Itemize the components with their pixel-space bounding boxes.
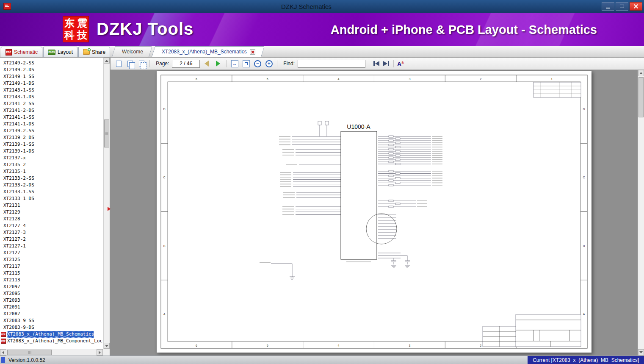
sidebar-item-label: XT2127-1 — [3, 243, 26, 250]
sidebar-item[interactable]: XT2139-1-SS — [0, 141, 103, 148]
scroll-down-icon[interactable] — [638, 349, 644, 356]
page-number-input[interactable] — [172, 60, 200, 68]
sidebar-item-label: XT2091 — [3, 304, 20, 311]
sidebar-item[interactable]: XT2139-2-SS — [0, 128, 103, 134]
fit-page-button[interactable] — [241, 59, 251, 68]
sidebar-item[interactable]: XT2141-1-SS — [0, 114, 103, 121]
tab-welcome[interactable]: Welcome — [113, 46, 151, 57]
maximize-button[interactable] — [616, 2, 628, 11]
sidebar-item[interactable]: XT2083-9-DS — [0, 324, 103, 331]
sidebar-item-label: XT2139-2-DS — [3, 134, 34, 141]
sidebar: XT2149-2-SSXT2149-2-DSXT2149-1-SSXT2149-… — [0, 58, 110, 356]
window-title: DZKJ Schematics — [11, 3, 602, 10]
scrollbar-thumb[interactable] — [638, 77, 644, 117]
find-previous-icon[interactable] — [373, 61, 380, 67]
schematic-viewer[interactable]: 665544332211DDCCBBAA U1000-A COMPANY <Co… — [111, 70, 638, 356]
sidebar-item[interactable]: PDFXT2083_x_(Athena)_MB_Schematics — [0, 331, 103, 338]
sidebar-item[interactable]: XT2117 — [0, 263, 103, 270]
sidebar-collapse-icon[interactable] — [108, 207, 111, 211]
scroll-up-icon[interactable] — [104, 58, 110, 64]
font-size-icon[interactable]: Aa — [397, 60, 404, 67]
find-next-icon[interactable] — [382, 61, 390, 67]
scroll-left-icon[interactable] — [0, 349, 6, 356]
sidebar-item[interactable]: XT2127 — [0, 250, 103, 256]
revision-table — [533, 82, 581, 97]
sidebar-item[interactable]: XT2129 — [0, 209, 103, 216]
sidebar-item[interactable]: XT2143-1-DS — [0, 94, 103, 100]
text-select-icon[interactable] — [114, 59, 123, 68]
sidebar-item[interactable]: XT2149-1-DS — [0, 80, 103, 87]
sidebar-item[interactable]: XT2137-x — [0, 155, 103, 161]
sidebar-item[interactable]: XT2097 — [0, 283, 103, 290]
scrollbar-thumb[interactable] — [7, 350, 52, 355]
sidebar-item[interactable]: XT2095 — [0, 290, 103, 297]
sidebar-item[interactable]: XT2083-9-SS — [0, 317, 103, 324]
sidebar-item-label: XT2149-1-DS — [3, 80, 34, 87]
sidebar-item[interactable]: XT2133-1-DS — [0, 195, 103, 202]
close-button[interactable] — [630, 2, 642, 11]
sidebar-horizontal-scrollbar[interactable] — [0, 349, 110, 356]
sidebar-item-label: XT2127-4 — [3, 222, 26, 229]
sidebar-item[interactable]: XT2135-1 — [0, 168, 103, 175]
sidebar-vertical-scrollbar[interactable] — [103, 58, 110, 349]
sidebar-item[interactable]: XT2141-1-DS — [0, 121, 103, 128]
sidebar-item-label: XT2127-3 — [3, 229, 26, 236]
snapshot-icon[interactable] — [137, 59, 146, 68]
next-page-button[interactable] — [213, 59, 223, 68]
zoom-in-button[interactable]: + — [264, 59, 274, 68]
tab-layout[interactable]: PADS Layout — [43, 47, 77, 57]
tab-schematic[interactable]: PDF Schematic — [1, 47, 42, 57]
viewer-vertical-scrollbar[interactable] — [638, 70, 644, 356]
scroll-down-icon[interactable] — [104, 343, 110, 349]
sidebar-item[interactable]: XT2139-1-DS — [0, 148, 103, 155]
fit-width-button[interactable]: ↔ — [230, 59, 239, 68]
scroll-up-icon[interactable] — [638, 70, 644, 76]
sidebar-item[interactable]: XT2113 — [0, 277, 103, 283]
previous-page-button[interactable] — [202, 59, 211, 68]
sidebar-item[interactable]: XT2127-1 — [0, 243, 103, 250]
logo-char: 技 — [76, 29, 88, 41]
sidebar-item[interactable]: PDFXT2083_x_(Athena)_MB_Component_Loc — [0, 338, 103, 345]
zoom-out-button[interactable]: − — [253, 59, 262, 68]
tab-close-icon[interactable] — [250, 49, 255, 55]
svg-text:D: D — [163, 108, 165, 111]
title-block: COMPANY <Company Name> TITLE SM6115 CODE… — [483, 314, 581, 347]
tab-document-active[interactable]: XT2083_x_(Athena)_MB_Schematics — [153, 46, 263, 57]
viewer-toolbar: Page: ↔ − + Find: Aa — [111, 58, 644, 70]
minimize-button[interactable] — [602, 2, 614, 11]
sidebar-item[interactable]: XT2087 — [0, 311, 103, 317]
copy-page-icon[interactable] — [125, 59, 135, 68]
sidebar-item[interactable]: XT2115 — [0, 270, 103, 277]
svg-text:1: 1 — [551, 78, 553, 81]
sidebar-item[interactable]: XT2125 — [0, 256, 103, 263]
sidebar-item[interactable]: XT2149-2-DS — [0, 67, 103, 73]
sidebar-item[interactable]: XT2135-2 — [0, 161, 103, 168]
sidebar-item[interactable]: XT2091 — [0, 304, 103, 311]
scrollbar-thumb[interactable] — [104, 119, 109, 147]
pdf-icon: PDF — [1, 339, 6, 344]
tab-share[interactable]: Share — [78, 47, 110, 57]
sidebar-item[interactable]: XT2131 — [0, 202, 103, 209]
sidebar-item[interactable]: XT2127-4 — [0, 222, 103, 229]
sidebar-item[interactable]: XT2149-2-SS — [0, 60, 103, 67]
sidebar-item[interactable]: XT2133-2-DS — [0, 182, 103, 189]
sidebar-item[interactable]: XT2133-1-SS — [0, 189, 103, 195]
sidebar-item-label: XT2133-1-SS — [3, 189, 34, 195]
sidebar-item[interactable]: XT2133-2-SS — [0, 175, 103, 182]
sidebar-item-label: XT2128 — [3, 216, 20, 222]
sidebar-item[interactable]: XT2093 — [0, 297, 103, 304]
svg-text:A: A — [583, 313, 585, 316]
sidebar-item[interactable]: XT2127-3 — [0, 229, 103, 236]
pdf-icon: PDF — [6, 49, 12, 56]
scroll-right-icon[interactable] — [97, 349, 103, 356]
svg-text:C: C — [163, 176, 165, 179]
sidebar-item[interactable]: XT2128 — [0, 216, 103, 222]
sidebar-item[interactable]: XT2127-2 — [0, 236, 103, 243]
sidebar-item[interactable]: XT2141-2-SS — [0, 100, 103, 107]
sidebar-item[interactable]: XT2141-2-DS — [0, 107, 103, 114]
sidebar-item[interactable]: XT2149-1-SS — [0, 73, 103, 80]
sidebar-item[interactable]: XT2139-2-DS — [0, 134, 103, 141]
schematic-page[interactable]: 665544332211DDCCBBAA U1000-A COMPANY <Co… — [157, 71, 591, 353]
sidebar-item[interactable]: XT2143-1-SS — [0, 87, 103, 94]
find-input[interactable] — [298, 60, 365, 68]
